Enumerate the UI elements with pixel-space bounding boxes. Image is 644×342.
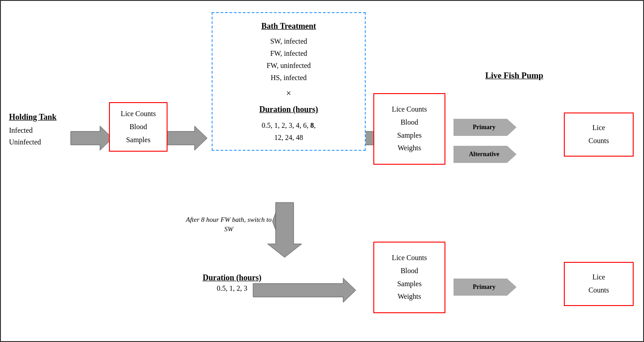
multiply-sign: ×	[222, 86, 356, 101]
bath-fw-infected: FW, infected	[222, 47, 356, 59]
duration-values: 0.5, 1, 2, 3, 4, 6, 8,12, 24, 48	[222, 119, 356, 144]
top-left-lice-counts: Lice Counts	[116, 108, 160, 121]
diagram: Holding Tank Infected Uninfected Lice Co…	[0, 0, 644, 342]
mid-blood-samples: BloodSamples	[381, 116, 438, 142]
holding-tank: Holding Tank Infected Uninfected	[9, 112, 57, 148]
primary-arrow-bottom: Primary	[454, 279, 517, 296]
mid-weights: Weights	[381, 142, 438, 155]
bottom-lice-counts: Lice Counts	[381, 252, 438, 265]
top-left-blood-samples: BloodSamples	[116, 121, 160, 147]
after-label: After 8 hour FW bath, switch to SW	[184, 215, 274, 234]
holding-tank-infected: Infected	[9, 125, 57, 136]
duration-bottom-values: 0.5, 1, 2, 3	[203, 284, 262, 292]
duration-title: Duration (hours)	[222, 103, 356, 117]
holding-tank-title: Holding Tank	[9, 112, 57, 122]
primary-label-bottom: Primary	[454, 279, 517, 296]
live-fish-pump-label: Live Fish Pump	[469, 71, 559, 81]
alternative-label: Alternative	[454, 146, 517, 163]
primary-arrow-top: Primary	[454, 119, 517, 136]
lice-counts-top: LiceCounts	[572, 122, 626, 148]
mid-lice-counts: Lice Counts	[381, 103, 438, 116]
bottom-weights: Weights	[381, 290, 438, 303]
duration-bottom-title: Duration (hours)	[203, 273, 262, 283]
bath-treatment-title: Bath Treatment	[222, 19, 356, 33]
svg-marker-1	[71, 126, 113, 150]
bottom-right-red-box: Lice Counts BloodSamples Weights	[373, 242, 445, 313]
bath-sw-infected: SW, infected	[222, 35, 356, 47]
bottom-blood-samples: BloodSamples	[381, 265, 438, 291]
lice-box-top: LiceCounts	[564, 112, 634, 157]
bath-hs-infected: HS, infected	[222, 72, 356, 84]
holding-tank-uninfected: Uninfected	[9, 136, 57, 148]
lice-box-bottom: LiceCounts	[564, 262, 634, 306]
primary-label-top: Primary	[454, 119, 517, 136]
bath-fw-uninfected: FW, uninfected	[222, 59, 356, 72]
svg-marker-2	[163, 126, 207, 150]
lice-counts-bottom: LiceCounts	[572, 271, 626, 297]
alternative-arrow: Alternative	[454, 146, 517, 163]
mid-right-red-box: Lice Counts BloodSamples Weights	[373, 93, 445, 165]
bath-treatment-box: Bath Treatment SW, infected FW, infected…	[212, 12, 366, 151]
duration-bottom: Duration (hours) 0.5, 1, 2, 3	[203, 273, 262, 292]
svg-marker-6	[253, 278, 356, 302]
svg-marker-4	[272, 203, 293, 239]
top-left-red-box: Lice Counts BloodSamples	[109, 102, 168, 152]
